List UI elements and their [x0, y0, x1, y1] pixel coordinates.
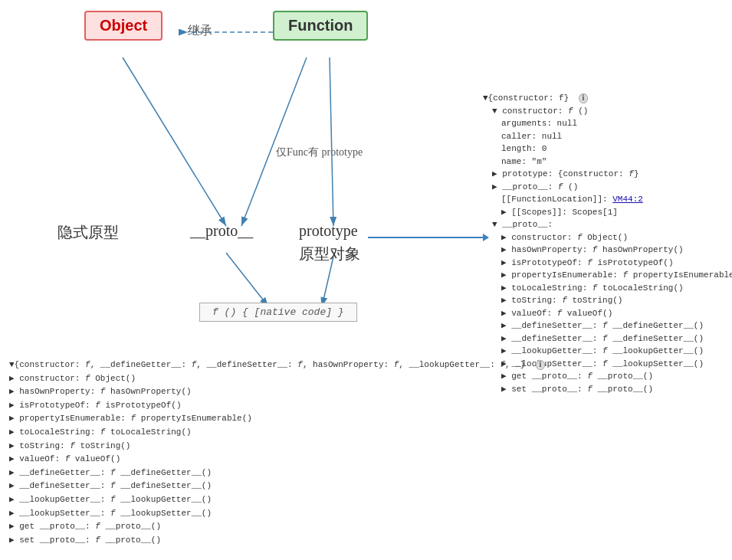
right-line-5: length: 0 — [483, 142, 728, 156]
bottom-line-3: ▶ isPrototypeOf: f isPrototypeOf() — [9, 399, 474, 413]
bottom-line-5: ▶ toLocaleString: f toLocaleString() — [9, 426, 474, 440]
bottom-line-11: ▶ __lookupSetter__: f __lookupSetter__() — [9, 507, 474, 521]
bottom-line-12: ▶ get __proto__: f __proto__() — [9, 520, 474, 534]
right-line-16: ▶ toLocaleString: f toLocaleString() — [483, 282, 728, 295]
svg-line-4 — [241, 57, 307, 226]
svg-line-3 — [123, 57, 226, 226]
function-node: Function — [273, 11, 368, 41]
right-line-7: ▶ prototype: {constructor: f} — [483, 168, 728, 181]
jicheng-label: 继承 — [188, 23, 212, 39]
right-line-15: ▶ propertyIsEnumerable: f propertyIsEnum… — [483, 269, 728, 282]
bottom-line-8: ▶ __defineGetter__: f __defineGetter__() — [9, 467, 474, 480]
right-line-17: ▶ toString: f toString() — [483, 294, 728, 307]
bottom-console-panel: ▼{constructor: f, __defineGetter__: f, _… — [0, 352, 483, 553]
right-line-20: ▶ __defineSetter__: f __defineSetter__() — [483, 332, 728, 345]
right-line-14: ▶ isPrototypeOf: f isPrototypeOf() — [483, 257, 728, 270]
right-line-11: ▼ __proto__: — [483, 218, 728, 231]
prototype-arrow-right — [368, 234, 489, 241]
diagram-area: Object Function 继承 仅Func有 prototype — [0, 0, 732, 352]
right-line-2: ▼ constructor: f () — [483, 105, 728, 118]
bottom-line-1: ▶ constructor: f Object() — [9, 372, 474, 386]
bottom-line-2: ▶ hasOwnProperty: f hasOwnProperty() — [9, 385, 474, 399]
right-line-19: ▶ __defineSetter__: f __defineGetter__() — [483, 319, 728, 332]
native-code-box: f () { [native code] } — [199, 303, 357, 322]
right-line-21: ▶ __lookupGetter__: f __lookupGetter__() — [483, 345, 728, 358]
svg-line-6 — [226, 253, 268, 306]
right-line-23: ▶ get __proto__: f __proto__() — [483, 370, 728, 383]
bottom-line-6: ▶ toString: f toString() — [9, 440, 474, 454]
bottom-line-10: ▶ __lookupGetter__: f __lookupGetter__() — [9, 493, 474, 507]
bottom-line-4: ▶ propertyIsEnumerable: f propertyIsEnum… — [9, 412, 474, 426]
svg-line-5 — [330, 57, 333, 226]
right-line-1: ▼{constructor: f} ℹ — [483, 92, 728, 105]
right-line-24: ▶ set __proto__: f __proto__() — [483, 383, 728, 396]
function-label: Function — [288, 17, 353, 34]
object-label: Object — [100, 17, 147, 34]
right-line-12: ▶ constructor: f Object() — [483, 231, 728, 244]
yinshi-label: 隐式原型 — [57, 222, 119, 243]
yuanxing-label: 原型对象 — [299, 244, 360, 264]
right-line-8: ▶ __proto__: f () — [483, 181, 728, 194]
bottom-line-13: ▶ set __proto__: f __proto__() — [9, 534, 474, 548]
func-note-label: 仅Func有 prototype — [276, 146, 363, 159]
right-line-10: ▶ [[Scopes]]: Scopes[1] — [483, 206, 728, 219]
bottom-line-0: ▼{constructor: f, __defineGetter__: f, _… — [9, 359, 474, 372]
right-line-4: caller: null — [483, 130, 728, 143]
prototype-label: prototype — [299, 222, 358, 240]
bottom-line-7: ▶ valueOf: f valueOf() — [9, 453, 474, 467]
right-console-panel: ▼{constructor: f} ℹ ▼ constructor: f () … — [483, 92, 728, 395]
object-node: Object — [84, 11, 162, 41]
proto-label: __proto__ — [190, 222, 253, 240]
right-line-3: arguments: null — [483, 117, 728, 130]
bottom-line-9: ▶ __defineSetter__: f __defineSetter__() — [9, 480, 474, 493]
right-line-6: name: "m" — [483, 156, 728, 169]
right-line-9: [[FunctionLocation]]: VM44:2 — [483, 193, 728, 206]
right-line-18: ▶ valueOf: f valueOf() — [483, 307, 728, 320]
right-line-13: ▶ hasOwnProperty: f hasOwnProperty() — [483, 244, 728, 257]
